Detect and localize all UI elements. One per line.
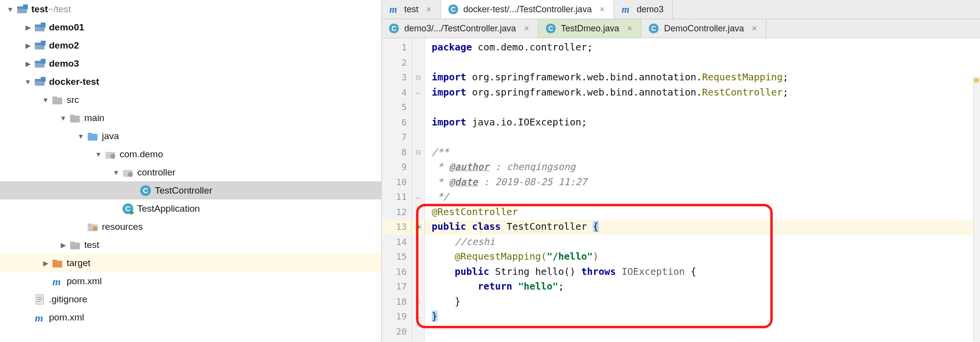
editor-tab-label: demo3 — [637, 4, 663, 15]
tree-item[interactable]: ▶pom.xml — [0, 272, 381, 290]
tree-item-label: controller — [137, 167, 175, 178]
tree-item[interactable]: ▶resources — [0, 218, 381, 236]
fold-marker[interactable]: ⊟ — [412, 145, 424, 160]
tree-item[interactable]: ▼controller — [0, 163, 381, 181]
line-number[interactable]: 7 — [382, 130, 412, 145]
tree-item[interactable]: ▼java — [0, 127, 381, 145]
fold-marker[interactable]: ⌙ — [412, 190, 424, 205]
warning-marker[interactable] — [974, 78, 979, 82]
line-number[interactable]: 12 — [382, 205, 412, 220]
tree-item-label: com.demo — [120, 149, 163, 160]
line-number[interactable]: 14 — [382, 235, 412, 250]
tree-item[interactable]: ▶TestController — [0, 181, 381, 199]
chevron-down-icon[interactable]: ▼ — [40, 96, 51, 104]
close-icon[interactable]: × — [524, 24, 529, 34]
tree-item[interactable]: ▶demo01 — [0, 18, 381, 36]
line-number[interactable]: 18 — [382, 294, 412, 310]
line-number[interactable]: 1 — [382, 40, 412, 55]
tree-item[interactable]: ▶target — [0, 254, 381, 272]
fold-marker[interactable]: ⊟ — [412, 70, 424, 85]
tree-item[interactable]: ▼test ~/test — [0, 0, 381, 18]
line-number[interactable]: 11 — [382, 190, 412, 205]
chevron-right-icon[interactable]: ▶ — [40, 259, 51, 267]
close-icon[interactable]: × — [600, 4, 605, 15]
run-gutter-icon[interactable] — [412, 220, 424, 235]
tree-item-label: pom.xml — [67, 276, 102, 287]
tree-item-label: main — [84, 113, 104, 123]
exc-folder-icon — [51, 257, 64, 269]
editor-tab[interactable]: DemoController.java× — [641, 19, 766, 38]
maven-icon — [33, 311, 46, 324]
line-number[interactable]: 9 — [382, 160, 412, 175]
fold-marker — [412, 115, 424, 130]
line-number[interactable]: 4 — [382, 85, 412, 100]
line-number[interactable]: 16 — [382, 265, 412, 280]
close-icon[interactable]: × — [426, 4, 432, 15]
fold-marker — [412, 175, 424, 190]
line-number[interactable]: 15 — [382, 249, 412, 265]
fold-marker[interactable]: ⌙ — [412, 85, 424, 100]
line-number[interactable]: 19 — [382, 309, 412, 324]
tree-item-label: .gitignore — [49, 294, 87, 305]
line-number[interactable]: 13 — [382, 220, 412, 235]
chevron-right-icon[interactable]: ▶ — [23, 42, 33, 49]
close-icon[interactable]: × — [627, 24, 633, 34]
chevron-down-icon[interactable]: ▼ — [93, 150, 104, 158]
editor-tab-label: demo3/.../TestController.java — [404, 24, 516, 34]
line-number[interactable]: 3 — [382, 70, 412, 85]
line-number[interactable]: 20 — [382, 324, 412, 340]
line-number[interactable]: 10 — [382, 175, 412, 190]
chevron-down-icon[interactable]: ▼ — [5, 5, 16, 13]
fold-marker — [412, 40, 424, 55]
tree-item[interactable]: ▶test — [0, 236, 381, 254]
chevron-down-icon[interactable]: ▼ — [23, 78, 33, 86]
fold-gutter[interactable]: ⊟⌙⊟⌙⌙⌙ — [412, 38, 425, 342]
editor-tab-label: docker-test/.../TestController.java — [464, 4, 592, 15]
maven-icon — [389, 4, 399, 15]
tree-item[interactable]: ▶demo2 — [0, 36, 381, 54]
chevron-right-icon[interactable]: ▶ — [23, 60, 33, 68]
tree-item-label: demo3 — [49, 58, 79, 69]
chevron-right-icon[interactable]: ▶ — [23, 24, 33, 31]
tree-item[interactable]: ▶demo3 — [0, 54, 381, 73]
tree-item[interactable]: ▼docker-test — [0, 73, 381, 91]
chevron-down-icon[interactable]: ▼ — [58, 114, 69, 122]
chevron-down-icon[interactable]: ▼ — [75, 132, 86, 140]
line-number[interactable]: 6 — [382, 115, 412, 130]
tree-item[interactable]: ▶pom.xml — [0, 308, 381, 326]
code-area[interactable]: 1234567891011121314151617181920 ⊟⌙⊟⌙⌙⌙ p… — [382, 38, 980, 342]
fold-marker — [412, 100, 424, 115]
error-stripe[interactable] — [973, 76, 980, 342]
editor-tabs-row-top: test×docker-test/.../TestController.java… — [382, 0, 980, 19]
module-icon — [16, 3, 28, 16]
line-number[interactable]: 5 — [382, 100, 412, 115]
chevron-right-icon[interactable]: ▶ — [58, 241, 69, 249]
tree-item[interactable]: ▶TestApplication — [0, 199, 381, 218]
tree-item-label: src — [67, 95, 79, 105]
class-icon — [648, 23, 659, 34]
line-number-gutter[interactable]: 1234567891011121314151617181920 — [382, 38, 412, 342]
fold-marker[interactable]: ⌙ — [412, 309, 424, 324]
chevron-down-icon[interactable]: ▼ — [111, 169, 122, 176]
close-icon[interactable]: × — [752, 24, 757, 34]
fold-marker — [412, 265, 424, 280]
editor-tab[interactable]: demo3/.../TestController.java× — [382, 19, 539, 38]
line-number[interactable]: 8 — [382, 145, 412, 160]
fold-marker — [412, 205, 424, 220]
line-number[interactable]: 17 — [382, 279, 412, 294]
editor-tab[interactable]: demo3 — [614, 0, 673, 19]
editor-tabs-row-bottom: demo3/.../TestController.java×TestDmeo.j… — [382, 19, 980, 38]
tree-item[interactable]: ▼com.demo — [0, 145, 381, 163]
tree-item[interactable]: ▶.gitignore — [0, 290, 381, 308]
code-editor[interactable]: package com.demo.controller; import org.… — [425, 38, 980, 342]
editor-tab[interactable]: test× — [382, 0, 441, 19]
class-icon — [448, 4, 459, 15]
line-number[interactable]: 2 — [382, 55, 412, 71]
tree-item[interactable]: ▼src — [0, 91, 381, 109]
editor-tab[interactable]: TestDmeo.java× — [539, 19, 642, 38]
tree-item[interactable]: ▼main — [0, 109, 381, 127]
class-icon — [545, 23, 556, 34]
fold-marker[interactable]: ⌙ — [412, 294, 424, 310]
editor-tab[interactable]: docker-test/.../TestController.java× — [441, 0, 614, 19]
project-tree-panel[interactable]: ▼test ~/test▶demo01▶demo2▶demo3▼docker-t… — [0, 0, 382, 342]
